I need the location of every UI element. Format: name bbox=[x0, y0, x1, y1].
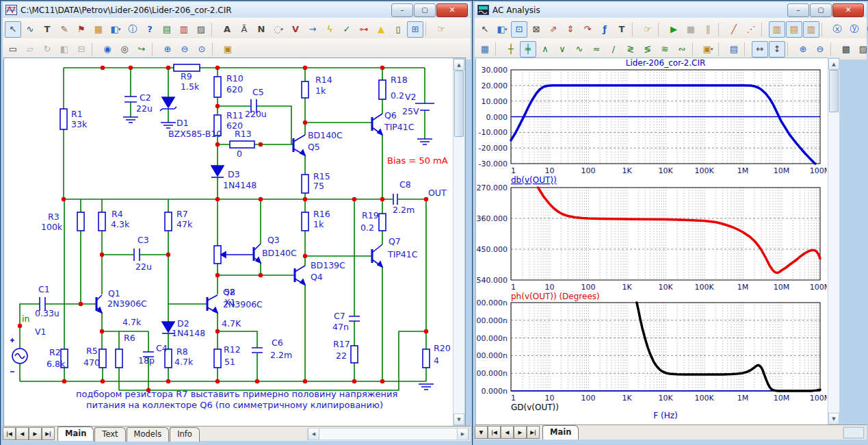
point-to-point-paths-icon[interactable]: ▥ bbox=[176, 21, 192, 38]
slope-icon[interactable]: ╱ bbox=[726, 21, 742, 38]
show-currents-icon[interactable]: → bbox=[304, 21, 321, 38]
show-part-markers-icon[interactable]: ◌▾ bbox=[270, 21, 287, 38]
analysis-titlebar[interactable]: AC Analysis – ▢ ✕ bbox=[475, 2, 867, 18]
go-to-x-icon[interactable]: ⓧ bbox=[829, 21, 845, 38]
cursor-mode-icon[interactable]: ⊠ bbox=[528, 21, 544, 38]
text-mode-icon[interactable]: T bbox=[39, 21, 55, 38]
numeric-output-icon[interactable]: ▤ bbox=[726, 41, 742, 58]
show-pin-connections-icon[interactable]: ⊶ bbox=[356, 21, 372, 38]
scroll-down-button[interactable]: ▼ bbox=[828, 413, 839, 424]
flip-x-icon[interactable]: ◧ bbox=[56, 41, 73, 58]
global-low-icon[interactable]: ≶ bbox=[640, 41, 656, 58]
maximize-button[interactable]: ▢ bbox=[414, 3, 436, 17]
plot-vscrollbar[interactable]: ▲ ▼ bbox=[828, 58, 840, 425]
rotate-icon[interactable]: ↻ bbox=[39, 41, 55, 58]
minimize-button[interactable]: – bbox=[787, 3, 809, 17]
tab-text[interactable]: Text bbox=[94, 427, 125, 442]
vertical-tag-icon[interactable]: ⇕ bbox=[562, 21, 579, 38]
tab-main[interactable]: Main bbox=[57, 427, 94, 441]
flag-mode-icon[interactable]: ⚑ bbox=[73, 21, 90, 38]
last-page-button[interactable]: ▶| bbox=[42, 427, 55, 440]
scroll-up-button[interactable]: ▲ bbox=[453, 59, 464, 71]
info-mode-icon[interactable]: ⓘ bbox=[124, 21, 141, 38]
properties-icon[interactable]: ☞ bbox=[640, 21, 656, 38]
scroll-thumb[interactable] bbox=[454, 71, 464, 137]
graphics-mode-icon[interactable]: ✎ bbox=[56, 21, 73, 38]
schematic-vscrollbar[interactable]: ▲ ▼ bbox=[453, 58, 465, 426]
vertical-grid-icon[interactable]: ▥ bbox=[803, 21, 819, 38]
properties-icon[interactable]: ☞ bbox=[433, 21, 449, 38]
next-data-point-icon[interactable]: ┼ bbox=[503, 41, 519, 58]
previous-page-button[interactable]: ◀ bbox=[501, 426, 514, 439]
dropdown-arrow-icon[interactable]: ▾ bbox=[118, 27, 121, 32]
tab-info[interactable]: Info bbox=[170, 427, 200, 442]
tab-main[interactable]: Main bbox=[542, 425, 579, 440]
horizontal-tag-icon[interactable]: ↷ bbox=[579, 21, 596, 38]
zoom-in-icon[interactable]: ⊕ bbox=[795, 41, 811, 58]
one-curve-per-plot-icon[interactable]: ▥ bbox=[769, 21, 785, 38]
schematic-hscrollbar[interactable]: ◀ ▶ bbox=[307, 428, 469, 440]
horizontal-grid-icon[interactable]: ▤ bbox=[786, 21, 802, 38]
page-copy-icon[interactable]: ▣ bbox=[220, 41, 236, 58]
tab-models[interactable]: Models bbox=[127, 427, 170, 442]
scroll-left-button[interactable]: ◀ bbox=[308, 429, 319, 440]
low-icon[interactable]: ≈ bbox=[588, 41, 605, 58]
run-icon[interactable]: ▶ bbox=[666, 21, 682, 38]
stop-icon[interactable]: ■ bbox=[683, 21, 699, 38]
title-block-icon[interactable]: ▯ bbox=[390, 21, 406, 38]
previous-page-button[interactable]: ◀ bbox=[16, 427, 29, 440]
close-button[interactable]: ✕ bbox=[832, 3, 864, 17]
first-page-button[interactable]: |◀ bbox=[488, 426, 501, 439]
scroll-thumb[interactable] bbox=[829, 70, 839, 112]
show-warnings-icon[interactable]: ▲ bbox=[373, 21, 389, 38]
first-page-button[interactable]: |◀ bbox=[3, 427, 16, 440]
help-mode-icon[interactable]: ? bbox=[142, 21, 158, 38]
shapes-menu-icon[interactable]: ◧▾ bbox=[107, 21, 124, 38]
select-mode-icon[interactable]: ↖ bbox=[5, 21, 21, 38]
scroll-up-button[interactable]: ▲ bbox=[828, 58, 839, 70]
bottom-cursor-icon[interactable]: ≋ bbox=[657, 41, 673, 58]
find-text-icon[interactable]: ◎ bbox=[116, 41, 133, 58]
zoom-100-icon[interactable]: ⊙ bbox=[194, 41, 210, 58]
graphics-menu-icon[interactable]: ◧▾ bbox=[494, 21, 510, 38]
dropdown-arrow-icon[interactable]: ▾ bbox=[280, 27, 283, 32]
zoom-out-icon[interactable]: ⊖ bbox=[812, 41, 828, 58]
zoom-out-icon[interactable]: ⊖ bbox=[176, 41, 193, 58]
bring-front-icon[interactable]: ▩ bbox=[838, 41, 854, 58]
find-part-icon[interactable]: ◉ bbox=[99, 41, 116, 58]
component-menu-icon[interactable]: ▦ bbox=[90, 21, 107, 38]
top-cursor-icon[interactable]: ∾ bbox=[674, 41, 690, 58]
page-list-button[interactable]: ▼ bbox=[475, 426, 488, 439]
show-conditions-icon[interactable]: ✓ bbox=[339, 21, 355, 38]
data-points-icon[interactable]: ⋰ bbox=[743, 21, 759, 38]
peak-icon[interactable]: ∧ bbox=[537, 41, 553, 58]
dropdown-arrow-icon[interactable]: ▾ bbox=[505, 27, 508, 32]
select-region-icon[interactable]: ▭ bbox=[5, 41, 21, 58]
global-high-icon[interactable]: ≷ bbox=[622, 41, 639, 58]
cross-probe-icon[interactable]: ⊞ bbox=[407, 21, 423, 38]
maximize-button[interactable]: ▢ bbox=[810, 3, 832, 17]
next-page-button[interactable]: ▶ bbox=[514, 426, 527, 439]
text-mode-icon[interactable]: T bbox=[614, 21, 630, 38]
analysis-limits-icon[interactable]: ▦ bbox=[477, 41, 493, 58]
dropdown-arrow-icon[interactable]: ▾ bbox=[711, 47, 713, 52]
show-node-voltages-icon[interactable]: V bbox=[287, 21, 304, 38]
show-node-numbers-icon[interactable]: N bbox=[253, 21, 269, 38]
go-to-flag-icon[interactable]: ↪ bbox=[133, 41, 150, 58]
close-button[interactable]: ✕ bbox=[436, 3, 468, 17]
valley-icon[interactable]: ∨ bbox=[554, 41, 570, 58]
pause-icon[interactable]: ∥ bbox=[700, 21, 716, 38]
show-power-icon[interactable]: ϟ bbox=[321, 21, 338, 38]
show-attribute-text-icon[interactable]: A bbox=[219, 21, 235, 38]
minimize-button[interactable]: – bbox=[391, 3, 413, 17]
zoom-in-icon[interactable]: ⊕ bbox=[159, 41, 176, 58]
wire-mode-icon[interactable]: ∿ bbox=[22, 21, 38, 38]
send-back-icon[interactable]: ▨ bbox=[855, 41, 868, 58]
scroll-right-button[interactable]: ▶ bbox=[457, 429, 469, 440]
scroll-down-button[interactable]: ▼ bbox=[453, 414, 464, 425]
schematic-titlebar[interactable]: C:\MC11\DATA\Petrov\Lider-206\Lider-206_… bbox=[3, 2, 471, 18]
last-page-button[interactable]: ▶| bbox=[527, 426, 540, 439]
auto-scale-x-icon[interactable]: ↔ bbox=[752, 41, 768, 58]
next-page-button[interactable]: ▶ bbox=[29, 427, 42, 440]
schematic-canvas[interactable]: R133kC222uD1BZX585-B10R91.5kR10620C5220u… bbox=[3, 58, 466, 427]
